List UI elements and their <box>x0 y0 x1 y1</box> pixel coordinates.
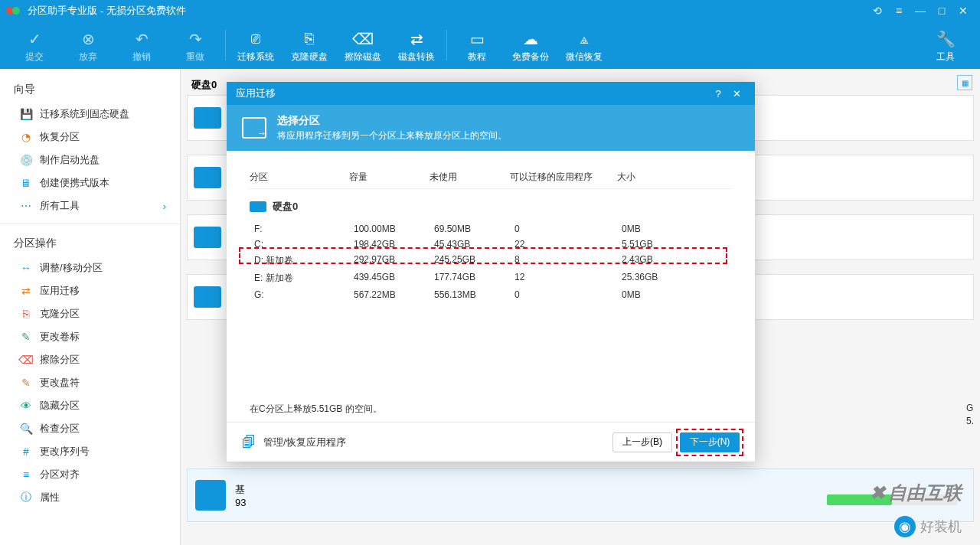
sidebar-item[interactable]: 💾迁移系统到固态硬盘 <box>0 103 180 126</box>
sidebar-item[interactable]: #更改序列号 <box>0 440 180 463</box>
sidebar-item[interactable]: ≡分区对齐 <box>0 463 180 486</box>
folder-migrate-icon <box>242 117 266 139</box>
partition-row[interactable]: F:100.00MB69.50MB00MB <box>250 221 732 237</box>
title-bar: 分区助手专业版 - 无损分区免费软件 ⟲ ≡ — □ ✕ <box>0 0 980 21</box>
backup-button[interactable]: ☁免费备份 <box>504 28 557 64</box>
sidebar-icon: 👁 <box>20 400 32 412</box>
back-button[interactable]: 上一步(B) <box>612 432 672 452</box>
discard-button[interactable]: ⊗放弃 <box>61 28 115 64</box>
tools-button[interactable]: 🔧工具 <box>919 28 972 64</box>
sidebar-item[interactable]: 👁隐藏分区 <box>0 394 180 417</box>
sidebar-item[interactable]: ↔调整/移动分区 <box>0 256 180 279</box>
tutorial-button[interactable]: ▭教程 <box>450 28 504 64</box>
side-info: G5. <box>966 402 974 428</box>
sidebar-item[interactable]: ◔恢复分区 <box>0 126 180 148</box>
close-icon[interactable]: ✕ <box>952 5 974 17</box>
sidebar-icon: ↔ <box>20 262 32 274</box>
sidebar-icon: ⓘ <box>20 491 32 504</box>
sidebar-icon: 🖥 <box>20 177 32 189</box>
sidebar-icon: 💿 <box>20 154 32 166</box>
sidebar-item[interactable]: ⌫擦除分区 <box>0 348 180 371</box>
sidebar-item[interactable]: ✎更改卷标 <box>0 325 180 348</box>
disk-group-icon <box>250 201 266 212</box>
commit-button[interactable]: ✓提交 <box>8 28 61 64</box>
watermark-1: ✖自由互联 <box>870 481 962 505</box>
watermark-2: ◉好装机 <box>894 516 962 537</box>
sidebar-icon: 💾 <box>20 108 32 120</box>
migrate-os-button[interactable]: ⎚迁移系统 <box>229 28 283 64</box>
sidebar-icon: # <box>20 445 32 458</box>
app-title: 分区助手专业版 <box>28 4 97 18</box>
partition-row[interactable]: G:567.22MB556.13MB00MB <box>250 287 732 302</box>
partition-row[interactable]: C:198.42GB45.43GB225.51GB <box>250 237 732 252</box>
disk-group: 硬盘0 <box>250 200 732 214</box>
wipe-disk-button[interactable]: ⌫擦除磁盘 <box>336 28 390 64</box>
minimize-icon[interactable]: — <box>910 5 931 17</box>
dialog-close-icon[interactable]: ✕ <box>727 88 746 100</box>
header-title: 选择分区 <box>277 114 507 128</box>
sidebar-icon: ✎ <box>20 377 32 389</box>
menu-icon[interactable]: ≡ <box>888 5 910 17</box>
next-button[interactable]: 下一步(N) <box>680 432 740 452</box>
manage-icon: 🗐 <box>242 435 257 450</box>
ops-heading: 分区操作 <box>0 230 180 256</box>
help-icon[interactable]: ? <box>709 88 727 100</box>
sidebar-item[interactable]: 🖥创建便携式版本 <box>0 171 180 194</box>
dialog-footer: 🗐 管理/恢复应用程序 上一步(B) 下一步(N) <box>227 422 755 462</box>
status-text: 在C分区上释放5.51GB 的空间。 <box>227 397 755 422</box>
sidebar-icon: ⌫ <box>20 354 32 366</box>
dialog-body: 分区 容量 未使用 可以迁移的应用程序 大小 硬盘0 F:100.00MB69.… <box>227 151 755 397</box>
info-disk-icon <box>195 480 226 511</box>
table-header: 分区 容量 未使用 可以迁移的应用程序 大小 <box>250 166 732 189</box>
sidebar-icon: 🔍 <box>20 423 32 435</box>
wechat-recover-button[interactable]: ⟁微信恢复 <box>557 28 611 64</box>
app-subtitle: 无损分区免费软件 <box>106 4 186 18</box>
sidebar-icon: ≡ <box>20 468 32 481</box>
sidebar-item[interactable]: ⇄应用迁移 <box>0 279 180 302</box>
dialog-title: 应用迁移 <box>236 86 276 100</box>
disk-icon <box>194 227 221 248</box>
app-migration-dialog: 应用迁移 ? ✕ 选择分区 将应用程序迁移到另一个分区上来释放原分区上的空间。 … <box>227 82 755 462</box>
sidebar-icon: ✎ <box>20 331 32 343</box>
sidebar-item[interactable]: 🔍检查分区 <box>0 417 180 440</box>
main-toolbar: ✓提交 ⊗放弃 ↶撤销 ↷重做 ⎚迁移系统 ⎘克隆硬盘 ⌫擦除磁盘 ⇄磁盘转换 … <box>0 21 980 69</box>
sidebar-icon: ⎘ <box>20 308 32 320</box>
convert-disk-button[interactable]: ⇄磁盘转换 <box>390 28 443 64</box>
header-subtitle: 将应用程序迁移到另一个分区上来释放原分区上的空间。 <box>277 129 507 142</box>
maximize-icon[interactable]: □ <box>931 5 952 17</box>
sidebar-item[interactable]: ⋯所有工具› <box>0 194 180 217</box>
sidebar-item[interactable]: ✎更改盘符 <box>0 371 180 394</box>
sidebar-icon: ◔ <box>20 131 32 143</box>
sidebar-item[interactable]: 💿制作启动光盘 <box>0 148 180 171</box>
undo-button[interactable]: ↶撤销 <box>115 28 168 64</box>
wizard-heading: 向导 <box>0 77 180 103</box>
sidebar-item[interactable]: ⓘ属性 <box>0 486 180 509</box>
sidebar-icon: ⇄ <box>20 285 32 297</box>
partition-row[interactable]: E: 新加卷439.45GB177.74GB1225.36GB <box>250 269 732 287</box>
dialog-header: 选择分区 将应用程序迁移到另一个分区上来释放原分区上的空间。 <box>227 105 755 151</box>
disk-icon <box>194 107 221 129</box>
clone-disk-button[interactable]: ⎘克隆硬盘 <box>283 28 336 64</box>
chevron-right-icon: › <box>163 201 166 212</box>
eye-icon: ◉ <box>894 516 916 537</box>
sidebar-icon: ⋯ <box>20 200 32 212</box>
disk-icon <box>194 286 221 308</box>
sidebar-item[interactable]: ⎘克隆分区 <box>0 302 180 325</box>
dialog-titlebar: 应用迁移 ? ✕ <box>227 82 755 105</box>
redo-button[interactable]: ↷重做 <box>168 28 222 64</box>
disk-icon <box>194 167 221 188</box>
partition-row[interactable]: D: 新加卷292.97GB245.25GB82.43GB <box>250 252 732 269</box>
app-logo-icon <box>6 5 21 17</box>
sidebar: 向导 💾迁移系统到固态硬盘◔恢复分区💿制作启动光盘🖥创建便携式版本⋯所有工具› … <box>0 69 181 545</box>
refresh-icon[interactable]: ⟲ <box>867 5 888 17</box>
manage-apps-link[interactable]: 🗐 管理/恢复应用程序 <box>242 435 346 450</box>
view-toggle-icon[interactable]: ▦ <box>957 75 972 90</box>
